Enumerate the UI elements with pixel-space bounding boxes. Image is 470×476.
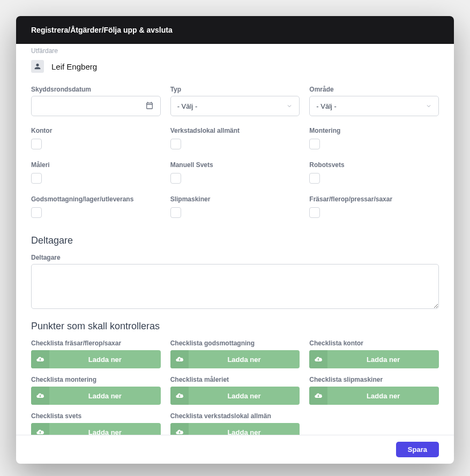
checkbox-manuell-svets[interactable] — [170, 173, 181, 184]
type-placeholder: - Välj - — [177, 102, 198, 110]
dl-label: Checklista fräsar/flerop/saxar — [31, 339, 161, 347]
cb-label: Kontor — [31, 127, 161, 134]
checkbox-grid: Kontor Verkstadslokal allmänt Montering … — [31, 127, 439, 225]
dl-text: Ladda ner — [49, 387, 161, 405]
cloud-download-icon — [170, 387, 189, 405]
chevron-down-icon — [426, 103, 432, 109]
cb-label: Slipmaskiner — [170, 195, 300, 203]
participants-label: Deltagare — [31, 254, 439, 261]
cloud-download-icon — [31, 387, 49, 405]
checkbox-robotsvets[interactable] — [309, 173, 320, 184]
cb-label: Godsmottagning/lager/utleverans — [31, 195, 161, 203]
area-select[interactable]: - Välj - — [309, 96, 439, 116]
content-area: Utfärdare Leif Engberg Skyddsrondsdatum … — [16, 44, 454, 435]
modal-window: Registrera/Åtgärder/Följa upp & avsluta … — [16, 16, 454, 464]
dl-label: Checklista godsmottagning — [170, 339, 300, 347]
top-fields-row: Skyddsrondsdatum Typ - Välj - Område - V… — [31, 86, 439, 116]
dl-label: Checklista slipmaskiner — [309, 376, 439, 383]
cloud-download-icon — [170, 350, 189, 368]
cb-label: Fräsar/flerop/pressar/saxar — [309, 195, 439, 203]
download-grid: Checklista fräsar/flerop/saxarLadda ner … — [31, 339, 439, 435]
cloud-download-icon — [31, 350, 49, 368]
dl-text: Ladda ner — [327, 350, 439, 368]
download-button[interactable]: Ladda ner — [309, 350, 439, 368]
download-button[interactable]: Ladda ner — [31, 423, 161, 435]
cloud-download-icon — [170, 423, 189, 435]
checkbox-montering[interactable] — [309, 139, 320, 149]
cb-label: Manuell Svets — [170, 161, 300, 169]
date-label: Skyddsrondsdatum — [31, 86, 161, 93]
download-button[interactable]: Ladda ner — [170, 423, 300, 435]
dl-text: Ladda ner — [189, 387, 300, 405]
checkbox-kontor[interactable] — [31, 139, 42, 149]
date-input[interactable] — [31, 96, 161, 116]
issuer-row: Leif Engberg — [31, 60, 439, 73]
dl-label: Checklista måleriet — [170, 376, 300, 383]
participants-textarea[interactable] — [31, 264, 439, 309]
save-label: Spara — [408, 445, 427, 454]
dl-label: Checklista kontor — [309, 339, 439, 347]
download-button[interactable]: Ladda ner — [170, 350, 300, 368]
participants-title: Deltagare — [31, 235, 439, 246]
save-button[interactable]: Spara — [396, 442, 439, 457]
type-label: Typ — [170, 86, 300, 93]
title-bar: Registrera/Åtgärder/Följa upp & avsluta — [16, 16, 454, 44]
cb-label: Robotsvets — [309, 161, 439, 169]
area-field-wrap: Område - Välj - — [309, 86, 439, 116]
dl-text: Ladda ner — [327, 387, 439, 405]
download-button[interactable]: Ladda ner — [309, 387, 439, 405]
download-button[interactable]: Ladda ner — [170, 387, 300, 405]
checkbox-godsmottagning[interactable] — [31, 207, 42, 218]
cb-label: Verkstadslokal allmänt — [170, 127, 300, 134]
checkbox-frasar[interactable] — [309, 207, 320, 218]
download-button[interactable]: Ladda ner — [31, 350, 161, 368]
checkbox-verkstadslokal[interactable] — [170, 139, 181, 149]
dl-label: Checklista montering — [31, 376, 161, 383]
cb-label: Måleri — [31, 161, 161, 169]
type-select[interactable]: - Välj - — [170, 96, 300, 116]
dl-text: Ladda ner — [189, 350, 300, 368]
area-label: Område — [309, 86, 439, 93]
cloud-download-icon — [309, 387, 327, 405]
dl-label: Checklista verkstadslokal allmän — [170, 412, 300, 420]
cb-label: Montering — [309, 127, 439, 134]
person-icon — [31, 60, 44, 73]
calendar-icon — [145, 101, 154, 111]
date-field-wrap: Skyddsrondsdatum — [31, 86, 161, 116]
issuer-label: Utfärdare — [31, 47, 439, 55]
cloud-download-icon — [309, 350, 327, 368]
dl-text: Ladda ner — [49, 423, 161, 435]
window-title: Registrera/Åtgärder/Följa upp & avsluta — [31, 26, 173, 34]
checkbox-slipmaskiner[interactable] — [170, 207, 181, 218]
checkbox-maleri[interactable] — [31, 173, 42, 184]
dl-text: Ladda ner — [49, 350, 161, 368]
download-button[interactable]: Ladda ner — [31, 387, 161, 405]
dl-label: Checklista svets — [31, 412, 161, 420]
chevron-down-icon — [286, 103, 293, 109]
type-field-wrap: Typ - Välj - — [170, 86, 300, 116]
issuer-name: Leif Engberg — [51, 62, 97, 71]
footer: Spara — [16, 435, 454, 464]
checklists-title: Punkter som skall kontrolleras — [31, 321, 439, 332]
cloud-download-icon — [31, 423, 49, 435]
area-placeholder: - Välj - — [316, 102, 337, 110]
dl-text: Ladda ner — [189, 423, 300, 435]
